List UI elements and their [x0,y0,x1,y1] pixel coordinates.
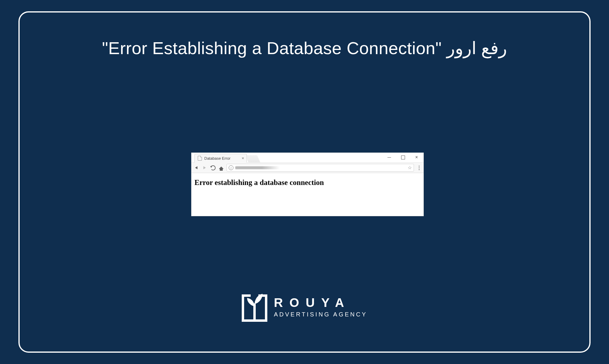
browser-tab[interactable]: Database Error × [194,154,247,163]
back-button[interactable] [193,165,199,171]
url-text-redacted [235,166,280,169]
arrow-left-icon [195,166,197,169]
bookmark-star-icon[interactable]: ☆ [408,165,412,170]
page-title: "Error Establishing a Database Connectio… [20,38,589,58]
browser-menu-button[interactable] [416,166,422,170]
content-frame: "Error Establishing a Database Connectio… [18,11,591,353]
logo-tagline: ADVERTISING AGENCY [274,311,367,317]
tab-title: Database Error [204,156,241,161]
inactive-tab-hint [245,155,260,162]
sprout-icon [245,292,264,319]
forward-button[interactable] [202,165,208,171]
window-close-button[interactable]: × [410,153,423,162]
browser-window: Database Error × × i [192,153,423,216]
logo-brand-name: ROUYA [274,296,367,309]
file-icon [198,156,202,161]
reload-icon [211,165,216,170]
logo-text: ROUYA ADVERTISING AGENCY [274,296,367,317]
page-viewport: Error establishing a database connection [192,173,423,190]
window-title-bar: Database Error × × [192,153,423,163]
agency-logo: ROUYA ADVERTISING AGENCY [242,292,367,322]
logo-mark-icon [242,292,267,322]
error-message: Error establishing a database connection [194,178,420,187]
window-minimize-button[interactable] [382,153,396,162]
site-info-icon[interactable]: i [229,165,233,170]
browser-toolbar: i ☆ [192,163,423,173]
home-button[interactable] [218,165,224,171]
home-icon [219,167,224,169]
arrow-right-icon [203,166,206,169]
address-bar[interactable]: i ☆ [227,164,414,172]
close-tab-icon[interactable]: × [242,156,244,160]
window-maximize-button[interactable] [396,153,410,162]
reload-button[interactable] [210,165,216,171]
